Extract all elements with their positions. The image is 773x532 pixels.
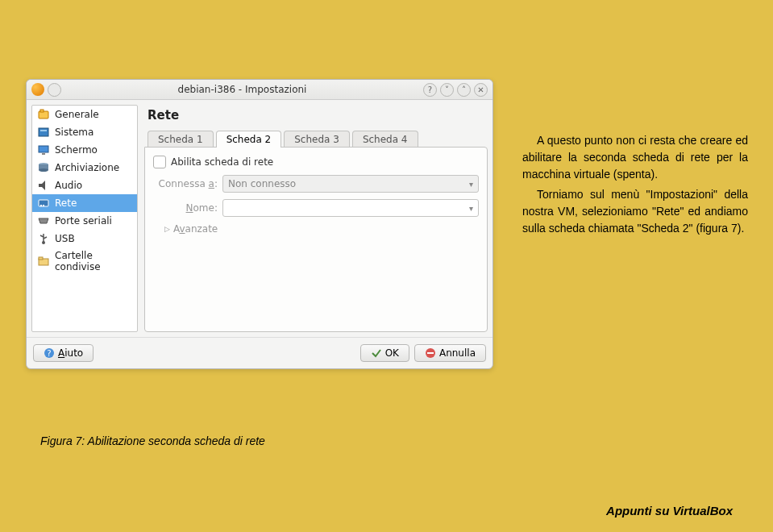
ok-button[interactable]: OK	[360, 344, 409, 362]
help-button[interactable]: ?	[423, 83, 437, 97]
maximize-button[interactable]: ˄	[457, 83, 471, 97]
panel-heading: Rete	[148, 108, 488, 123]
name-combo[interactable]: ▾	[222, 199, 479, 217]
svg-rect-2	[39, 128, 48, 136]
usb-icon	[37, 232, 50, 245]
help-button-bottom[interactable]: ? Aiuto	[33, 344, 94, 362]
general-icon	[37, 108, 50, 121]
close-button[interactable]: ✕	[474, 83, 488, 97]
sidebar-item-label: USB	[55, 233, 75, 244]
enable-adapter-checkbox[interactable]	[153, 156, 166, 168]
gear-icon	[31, 83, 44, 96]
help-icon: ?	[44, 347, 55, 359]
cancel-button-label: Annulla	[439, 347, 476, 359]
svg-marker-9	[39, 181, 45, 190]
sidebar-item-display[interactable]: Schermo	[32, 141, 137, 159]
sidebar-item-serial[interactable]: Porte seriali	[32, 212, 137, 230]
connected-to-value: Non connesso	[228, 178, 296, 189]
paragraph-2: Torniamo sul menù "Impostazioni" della n…	[522, 186, 748, 237]
tab-adapter-1[interactable]: Scheda 1	[148, 131, 214, 148]
help-button-label: Aiuto	[58, 347, 83, 359]
svg-point-8	[39, 168, 48, 172]
sidebar-item-label: Cartelle condivise	[55, 250, 132, 272]
serial-icon	[37, 214, 50, 227]
figure-caption: Figura 7: Abilitazione seconda scheda di…	[40, 434, 265, 447]
sidebar-item-label: Generale	[55, 109, 99, 120]
minimize-button[interactable]: ˅	[440, 83, 454, 97]
folder-icon	[37, 255, 50, 268]
tab-row: Scheda 1 Scheda 2 Scheda 3 Scheda 4	[144, 131, 488, 148]
svg-text:?: ?	[47, 349, 51, 358]
tab-adapter-3[interactable]: Scheda 3	[284, 131, 350, 148]
connected-to-label: Connessa a:	[153, 178, 218, 189]
sidebar-item-label: Sistema	[55, 127, 94, 138]
svg-rect-11	[40, 205, 42, 206]
sidebar-item-label: Porte seriali	[55, 215, 112, 227]
name-label: Nome:	[153, 202, 218, 214]
sidebar-item-label: Audio	[55, 180, 82, 191]
paragraph-1: A questo punto non ci resta che creare e…	[522, 132, 748, 183]
svg-rect-4	[39, 146, 48, 152]
sidebar-item-general[interactable]: Generale	[32, 106, 137, 123]
advanced-expander[interactable]: ▷ Avanzate	[164, 223, 479, 235]
svg-rect-12	[43, 205, 44, 206]
ok-button-label: OK	[385, 347, 399, 359]
sidebar-item-network[interactable]: Rete	[32, 194, 137, 212]
audio-icon	[37, 179, 50, 192]
sidebar-item-shared[interactable]: Cartelle condivise	[32, 247, 137, 275]
triangle-right-icon: ▷	[164, 225, 170, 233]
enable-adapter-label: Abilita scheda di rete	[171, 156, 273, 168]
window-button-1[interactable]	[48, 83, 61, 97]
window-title: debian-i386 - Impostazioni	[61, 84, 423, 95]
main-panel: Rete Scheda 1 Scheda 2 Scheda 3 Scheda 4…	[144, 105, 488, 332]
page-footer: Appunti su VirtualBox	[606, 504, 733, 517]
display-icon	[37, 143, 50, 156]
sidebar-item-storage[interactable]: Archiviazione	[32, 159, 137, 177]
side-text: A questo punto non ci resta che creare e…	[522, 132, 748, 237]
cancel-button[interactable]: Annulla	[414, 344, 486, 362]
sidebar-item-audio[interactable]: Audio	[32, 177, 137, 194]
advanced-label: Avanzate	[173, 223, 218, 235]
settings-dialog: debian-i386 - Impostazioni ? ˅ ˄ ✕ Gener…	[26, 79, 493, 369]
chevron-down-icon: ▾	[469, 204, 473, 213]
sidebar-item-label: Schermo	[55, 144, 98, 156]
sidebar-item-label: Archiviazione	[55, 162, 119, 173]
chevron-down-icon: ▾	[469, 180, 473, 189]
sidebar-item-system[interactable]: Sistema	[32, 123, 137, 141]
system-icon	[37, 126, 50, 139]
cancel-icon	[425, 347, 436, 359]
tab-adapter-2[interactable]: Scheda 2	[216, 131, 282, 148]
tab-panel: Abilita scheda di rete Connessa a: Non c…	[144, 147, 488, 332]
svg-rect-3	[40, 130, 47, 131]
network-icon	[37, 197, 50, 210]
connected-to-combo[interactable]: Non connesso ▾	[222, 175, 479, 193]
svg-rect-1	[40, 110, 44, 112]
titlebar[interactable]: debian-i386 - Impostazioni ? ˅ ˄ ✕	[27, 80, 492, 100]
button-bar: ? Aiuto OK Annulla	[27, 337, 492, 368]
storage-icon	[37, 161, 50, 174]
sidebar-item-label: Rete	[55, 197, 77, 209]
svg-rect-18	[39, 257, 43, 260]
check-icon	[371, 347, 382, 359]
svg-rect-5	[42, 153, 45, 155]
tab-adapter-4[interactable]: Scheda 4	[352, 131, 418, 148]
settings-sidebar: Generale Sistema Schermo Archiviazione A…	[31, 105, 138, 332]
sidebar-item-usb[interactable]: USB	[32, 230, 137, 247]
